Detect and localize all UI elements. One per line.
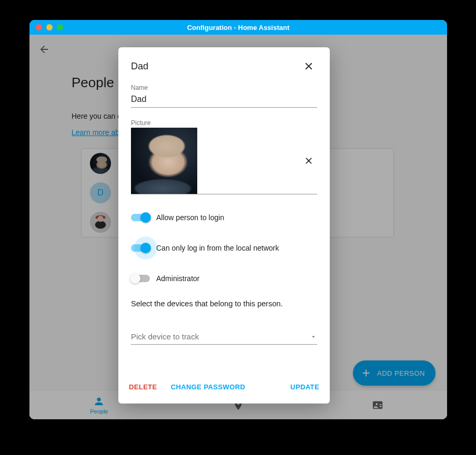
dialog-body: Name Picture Allow person to login Can o… (118, 80, 330, 373)
name-label: Name (131, 84, 317, 91)
close-icon (303, 156, 314, 166)
picture-label: Picture (131, 119, 317, 127)
edit-person-dialog: Dad Name Picture Allow person to login C… (118, 47, 330, 404)
device-placeholder: Pick device to track (131, 332, 199, 341)
name-input[interactable] (131, 92, 317, 108)
devices-section-text: Select the devices that belong to this p… (131, 299, 317, 308)
delete-button[interactable]: DELETE (127, 380, 159, 394)
local-only-toggle[interactable] (131, 244, 150, 252)
device-select[interactable]: Pick device to track (131, 329, 317, 345)
window-title: Configuration - Home Assistant (29, 24, 447, 32)
picture-row (131, 128, 317, 194)
admin-label: Administrator (156, 274, 199, 283)
dialog-footer: DELETE CHANGE PASSWORD UPDATE (118, 373, 330, 404)
chevron-down-icon (310, 333, 317, 340)
dialog-header: Dad (118, 47, 330, 80)
change-password-button[interactable]: CHANGE PASSWORD (169, 380, 248, 394)
update-button[interactable]: UPDATE (288, 380, 321, 394)
picture-field: Picture (131, 119, 317, 194)
dialog-title: Dad (131, 61, 148, 72)
allow-login-row: Allow person to login (131, 208, 317, 227)
clear-picture-button[interactable] (300, 152, 317, 169)
allow-login-toggle[interactable] (131, 214, 150, 221)
picture-preview[interactable] (131, 128, 197, 194)
close-icon (303, 60, 315, 72)
local-only-row: Can only log in from the local network (131, 239, 317, 257)
titlebar: Configuration - Home Assistant (29, 20, 447, 35)
admin-row: Administrator (131, 269, 317, 288)
allow-login-label: Allow person to login (156, 213, 224, 222)
admin-toggle[interactable] (131, 275, 150, 282)
name-field: Name (131, 84, 317, 108)
close-button[interactable] (300, 58, 317, 75)
local-only-label: Can only log in from the local network (156, 244, 279, 252)
